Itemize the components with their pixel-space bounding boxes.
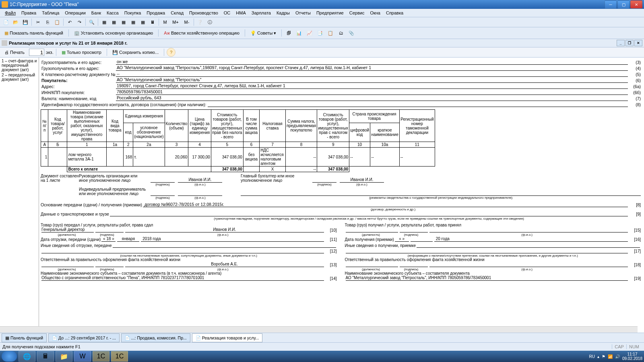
taskbar-1c2-icon[interactable]: 1С	[111, 351, 128, 362]
document-icon	[2, 40, 7, 46]
sidebar-item-invoice[interactable]: 1 – счет-фактура и передаточный документ…	[1, 58, 38, 72]
grid2-icon[interactable]: ▦	[109, 18, 118, 27]
toolbar-print: 🖨Печать экз. ▦Только просмотр 💾Сохранить…	[0, 47, 644, 58]
document-title: Реализация товаров и услуг № 21 от 18 ян…	[9, 41, 128, 45]
menu-warehouse[interactable]: Склад	[168, 10, 186, 16]
tray-up-icon[interactable]: ▴	[597, 354, 599, 359]
taskbar-ie-icon[interactable]: 🌐	[19, 351, 35, 362]
tray-clock[interactable]: 11:1709.02.2018	[622, 352, 642, 361]
calc-icon[interactable]: 🖩	[148, 18, 157, 27]
menu-production[interactable]: Производство	[187, 10, 221, 16]
taskbar-word-icon[interactable]: W	[74, 351, 91, 362]
task-doc1[interactable]: 📄До ...: 29 сентября 2017 г. - ...	[48, 333, 120, 342]
action2-icon[interactable]: 📊	[295, 29, 303, 37]
buyer-label: Покупатель:	[41, 78, 116, 83]
menu-enterprise[interactable]: Предприятие	[314, 10, 346, 16]
start-button[interactable]	[2, 351, 17, 362]
save-copy-button[interactable]: 💾Сохранить копию...	[109, 48, 161, 57]
shipper-value: он же	[116, 59, 628, 65]
help2-icon[interactable]: ?	[167, 48, 175, 57]
maximize-button[interactable]: ▢	[617, 0, 630, 8]
windows-taskbar: 🌐 🖩 📁 W 1С 1С RU ▴ ⚑ 📶 🔊 11:1709.02.2018	[0, 351, 644, 362]
close-button[interactable]: ✕	[630, 0, 642, 8]
redo-icon[interactable]: ↷	[75, 18, 84, 27]
doc-minimize-button[interactable]: _	[617, 40, 625, 46]
menu-table[interactable]: Таблица	[39, 10, 62, 16]
mminus-button[interactable]: M-	[182, 18, 192, 27]
cur-label: Валюта: наименование, код	[41, 96, 116, 101]
info-icon[interactable]: ⓘ	[205, 18, 214, 27]
copies-input[interactable]	[29, 49, 44, 56]
status-num: NUM	[626, 344, 642, 349]
save-icon[interactable]: 💾	[21, 18, 30, 27]
action1-icon[interactable]: 🗐	[284, 29, 293, 37]
action3-icon[interactable]: 📈	[305, 29, 314, 37]
menu-edit[interactable]: Правка	[19, 10, 39, 16]
menu-bank[interactable]: Банк	[89, 10, 103, 16]
new-icon[interactable]: 📄	[2, 18, 10, 27]
horizontal-scrollbar[interactable]	[0, 326, 638, 333]
tray-flag-icon[interactable]: ⚑	[602, 354, 605, 359]
menu-reports[interactable]: Отчеты	[293, 10, 313, 16]
status-cap: CAP	[612, 344, 626, 349]
menubar: Файл Правка Таблица Операции Банк Касса …	[0, 9, 644, 17]
app-icon	[2, 1, 8, 8]
taskbar-1c-icon[interactable]: 1С	[93, 351, 109, 362]
grid1-icon[interactable]: ▦	[100, 18, 109, 27]
menu-service[interactable]: Сервис	[347, 10, 367, 16]
m-button[interactable]: M	[161, 18, 169, 27]
task-doc3[interactable]: 📄Реализация товаров и услу...	[192, 333, 263, 342]
consignee-label: Грузополучатель и его адрес:	[41, 66, 116, 71]
table-total-row: Всего к оплате 347 038,00 Х-- 347 038,00	[41, 167, 435, 172]
doc-restore-button[interactable]: ❐	[625, 40, 634, 46]
task-panel[interactable]: ▦Панель функций	[2, 333, 47, 342]
minimize-button[interactable]: ─	[605, 0, 617, 8]
tray-sound-icon[interactable]: 🔊	[615, 354, 620, 359]
undo-icon[interactable]: ↶	[65, 18, 74, 27]
open-icon[interactable]: 📂	[11, 18, 20, 27]
toolbar-main: 📄 📂 💾 ✂ ⎘ 📋 ↶ ↷ 🔍 ▦ ▦ ▦ ▦ ▦ 🖩 M M+ M- ❔ …	[0, 17, 644, 27]
tips-button[interactable]: 💡Советы▾	[248, 29, 279, 37]
mplus-button[interactable]: M+	[170, 18, 181, 27]
tray-lang[interactable]: RU	[589, 354, 594, 359]
copy-icon[interactable]: ⎘	[43, 18, 52, 27]
grid3-icon[interactable]: ▦	[119, 18, 128, 27]
menu-nma[interactable]: НМА	[233, 10, 248, 16]
enter-operation-button[interactable]: AжВвести хозяйственную операцию	[161, 29, 242, 37]
taskbar-explorer-icon[interactable]: 📁	[56, 351, 72, 362]
show-panel-button[interactable]: ▦Показать панель функций	[2, 29, 66, 37]
menu-hr[interactable]: Кадры	[274, 10, 292, 16]
find-icon[interactable]: 🔍	[87, 18, 96, 27]
menu-purchase[interactable]: Покупка	[122, 10, 144, 16]
menu-help[interactable]: Справка	[384, 10, 406, 16]
grid4-icon[interactable]: ▦	[129, 18, 138, 27]
menu-os[interactable]: ОС	[221, 10, 233, 16]
menu-windows[interactable]: Окна	[367, 10, 383, 16]
left-column: Товар (груз) передал / услуги, результат…	[41, 223, 337, 281]
inn-value: 7805059786/783450001	[116, 89, 628, 95]
task-doc2[interactable]: 📄...: Продажа, комиссия. Пр...	[121, 333, 190, 342]
sidebar: 1 – счет-фактура и передаточный документ…	[0, 58, 39, 346]
tray-net-icon[interactable]: 📶	[608, 354, 613, 359]
toolbar-actions: ▦Показать панель функций 🏢Установить осн…	[0, 27, 644, 39]
menu-salary[interactable]: Зарплата	[249, 10, 273, 16]
paste-icon[interactable]: 📋	[53, 18, 62, 27]
set-org-button[interactable]: 🏢Установить основную организацию	[71, 29, 156, 37]
action4-icon[interactable]: 📑	[316, 29, 324, 37]
doc-close-button[interactable]: ✕	[634, 40, 642, 46]
view-only-button[interactable]: ▦Только просмотр	[59, 48, 104, 57]
menu-operations[interactable]: Операции	[62, 10, 88, 16]
action5-icon[interactable]: 📋	[326, 29, 335, 37]
menu-file[interactable]: Файл	[2, 10, 18, 16]
cut-icon[interactable]: ✂	[33, 18, 42, 27]
action7-icon[interactable]: 📎	[347, 29, 356, 37]
menu-cash[interactable]: Касса	[104, 10, 121, 16]
print-button[interactable]: 🖨Печать	[2, 48, 27, 57]
taskbar-calc-icon[interactable]: 🖩	[37, 351, 54, 362]
status-hint: Для получения подсказки нажмите F1	[2, 344, 80, 349]
menu-sale[interactable]: Продажа	[144, 10, 167, 16]
grid5-icon[interactable]: ▦	[138, 18, 147, 27]
help-icon[interactable]: ❔	[196, 18, 204, 27]
sidebar-item-transfer[interactable]: 2 – передаточный документ (акт)	[1, 72, 38, 82]
action6-icon[interactable]: 🗂	[336, 29, 345, 37]
